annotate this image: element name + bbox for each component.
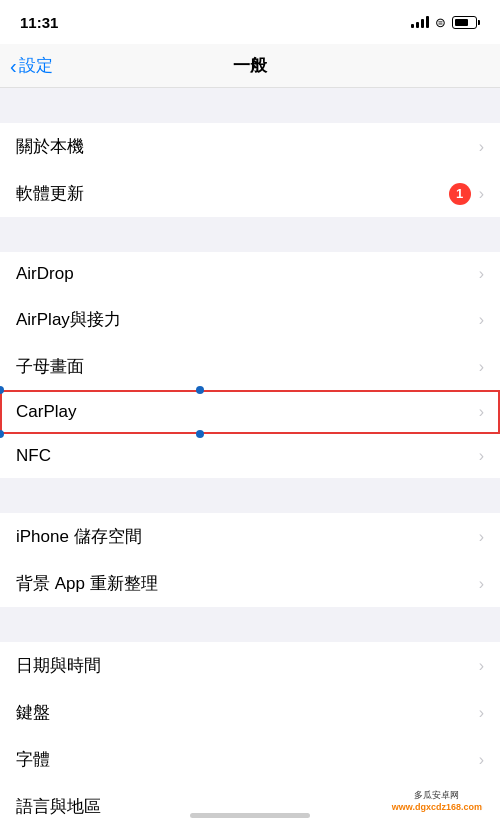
nav-bar: ‹ 設定 一般 — [0, 44, 500, 88]
chevron-fonts: › — [479, 751, 484, 769]
list-item-software-update-right: 1 › — [449, 183, 484, 205]
list-item-keyboard-right: › — [479, 704, 484, 722]
chevron-pip: › — [479, 358, 484, 376]
watermark: 多瓜安卓网 www.dgxcdz168.com — [384, 785, 490, 816]
chevron-nfc: › — [479, 447, 484, 465]
list-item-about[interactable]: 關於本機 › — [0, 123, 500, 170]
list-item-background-refresh-label: 背景 App 重新整理 — [16, 572, 158, 595]
list-item-fonts-right: › — [479, 751, 484, 769]
list-item-airplay-label: AirPlay與接力 — [16, 308, 121, 331]
content-area: 關於本機 › 軟體更新 1 › AirDrop › AirPlay與接力 › — [0, 88, 500, 826]
watermark-top: 多瓜安卓网 — [392, 789, 482, 802]
list-item-iphone-storage[interactable]: iPhone 儲存空間 › — [0, 513, 500, 560]
list-item-nfc-label: NFC — [16, 446, 51, 466]
list-item-carplay[interactable]: CarPlay › — [0, 390, 500, 434]
section-gap-1 — [0, 88, 500, 123]
list-item-carplay-right: › — [479, 403, 484, 421]
chevron-about: › — [479, 138, 484, 156]
chevron-carplay: › — [479, 403, 484, 421]
list-item-airdrop-label: AirDrop — [16, 264, 74, 284]
section-gap-2 — [0, 217, 500, 252]
list-item-date-time-right: › — [479, 657, 484, 675]
home-indicator — [190, 813, 310, 818]
list-item-software-update-label: 軟體更新 — [16, 182, 84, 205]
list-item-airplay-right: › — [479, 311, 484, 329]
chevron-airdrop: › — [479, 265, 484, 283]
list-item-pip-label: 子母畫面 — [16, 355, 84, 378]
nav-back-button[interactable]: ‹ 設定 — [10, 54, 53, 77]
battery-icon — [452, 16, 480, 29]
chevron-date-time: › — [479, 657, 484, 675]
list-item-carplay-label: CarPlay — [16, 402, 76, 422]
nav-title: 一般 — [233, 54, 267, 77]
list-item-software-update[interactable]: 軟體更新 1 › — [0, 170, 500, 217]
chevron-iphone-storage: › — [479, 528, 484, 546]
list-item-iphone-storage-label: iPhone 儲存空間 — [16, 525, 142, 548]
list-item-airdrop-right: › — [479, 265, 484, 283]
list-item-nfc-right: › — [479, 447, 484, 465]
status-time: 11:31 — [20, 14, 58, 31]
list-item-background-refresh[interactable]: 背景 App 重新整理 › — [0, 560, 500, 607]
list-item-date-time[interactable]: 日期與時間 › — [0, 642, 500, 689]
chevron-keyboard: › — [479, 704, 484, 722]
list-item-background-refresh-right: › — [479, 575, 484, 593]
list-item-airdrop[interactable]: AirDrop › — [0, 252, 500, 296]
list-item-fonts-label: 字體 — [16, 748, 50, 771]
list-item-date-time-label: 日期與時間 — [16, 654, 101, 677]
wifi-icon: ⊜ — [435, 15, 446, 30]
list-item-keyboard[interactable]: 鍵盤 › — [0, 689, 500, 736]
status-icons: ⊜ — [411, 15, 480, 30]
nav-back-chevron: ‹ — [10, 56, 17, 76]
list-item-pip-right: › — [479, 358, 484, 376]
signal-icon — [411, 16, 429, 28]
section-2: AirDrop › AirPlay與接力 › 子母畫面 › CarPlay — [0, 252, 500, 478]
list-item-picture-in-picture[interactable]: 子母畫面 › — [0, 343, 500, 390]
section-3: iPhone 儲存空間 › 背景 App 重新整理 › — [0, 513, 500, 607]
carplay-wrapper: CarPlay › — [0, 390, 500, 434]
list-item-about-label: 關於本機 — [16, 135, 84, 158]
list-item-about-right: › — [479, 138, 484, 156]
list-item-keyboard-label: 鍵盤 — [16, 701, 50, 724]
list-item-airplay[interactable]: AirPlay與接力 › — [0, 296, 500, 343]
chevron-background-refresh: › — [479, 575, 484, 593]
section-gap-3 — [0, 478, 500, 513]
section-1: 關於本機 › 軟體更新 1 › — [0, 123, 500, 217]
section-gap-4 — [0, 607, 500, 642]
watermark-bottom: www.dgxcdz168.com — [392, 802, 482, 812]
chevron-airplay: › — [479, 311, 484, 329]
list-item-fonts[interactable]: 字體 › — [0, 736, 500, 783]
corner-dot-br — [196, 430, 204, 438]
status-bar: 11:31 ⊜ — [0, 0, 500, 44]
software-update-badge: 1 — [449, 183, 471, 205]
nav-back-label: 設定 — [19, 54, 53, 77]
list-item-nfc[interactable]: NFC › — [0, 434, 500, 478]
list-item-iphone-storage-right: › — [479, 528, 484, 546]
list-item-language-region-label: 語言與地區 — [16, 795, 101, 818]
chevron-software-update: › — [479, 185, 484, 203]
corner-dot-tr — [196, 386, 204, 394]
